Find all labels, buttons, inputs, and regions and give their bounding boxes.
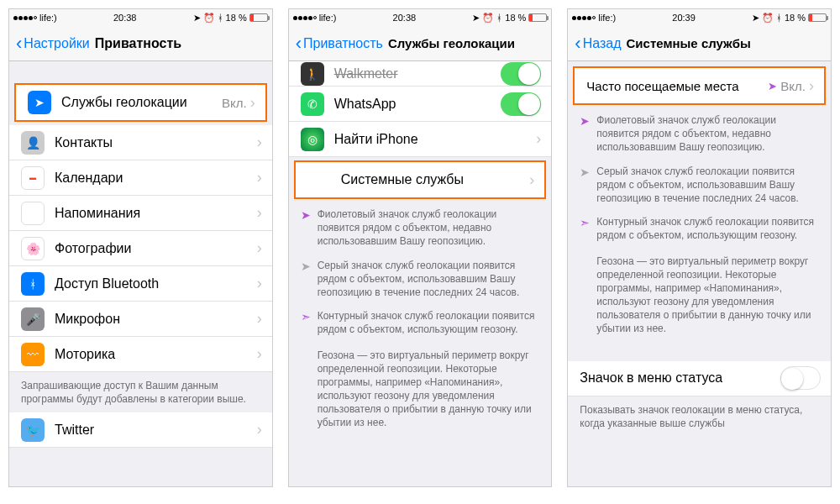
carrier-label: life:) [39,13,57,23]
row-photos[interactable]: 🌸 Фотографии › [9,231,272,266]
row-label: Доступ Bluetooth [55,276,257,291]
location-arrow-gray-icon: ➤ [580,165,590,206]
bluetooth-icon: ᚼ [21,272,45,296]
reminders-icon: ≡ [21,202,45,225]
battery-icon [808,13,827,22]
bluetooth-icon: ᚼ [776,13,782,23]
row-frequent-locations[interactable]: Часто посещаемые места ➤ Вкл. › [575,68,824,103]
clock: 20:38 [113,13,137,23]
location-arrow-icon: ➤ [28,91,51,114]
row-calendars[interactable]: ▬ Календари › [9,160,272,196]
legend-gray: ➤ Серый значок служб геолокации появится… [289,254,552,305]
row-label: Моторика [55,347,257,362]
battery-label: 18 % [785,13,806,23]
row-label: Twitter [55,423,257,438]
page-title: Службы геолокации [388,36,515,50]
status-bar: life:) 20:38 ➤ ⏰ ᚼ 18 % [289,9,552,26]
row-value: Вкл. [780,79,806,93]
legend-text: Фиолетовый значок служб геолокации появи… [318,207,540,249]
row-value: Вкл. [222,96,247,110]
nav-bar: ‹ Приватность Службы геолокации [289,26,552,61]
carrier-label: life:) [319,13,337,23]
highlight-box: Часто посещаемые места ➤ Вкл. › [573,66,826,105]
toggle-switch[interactable] [501,92,541,116]
whatsapp-icon: ✆ [301,92,324,116]
status-bar: life:) 20:39 ➤ ⏰ ᚼ 18 % [568,9,831,26]
highlight-box: Системные службы › [294,160,547,199]
legend-purple: ➤ Фиолетовый значок служб геолокации поя… [568,108,831,160]
row-whatsapp[interactable]: ✆ WhatsApp [289,87,552,122]
row-label: Найти iPhone [334,132,537,147]
row-status-bar-icon[interactable]: Значок в меню статуса [568,361,831,396]
battery-icon [249,13,268,22]
screen-privacy: life:) 20:38 ➤ ⏰ ᚼ 18 % ‹ Настройки Прив… [8,8,273,487]
chevron-left-icon: ‹ [16,33,22,55]
row-label: Значок в меню статуса [580,370,780,386]
battery-label: 18 % [226,13,247,23]
footer-text: Показывать значок геолокации в меню стат… [568,396,831,437]
contacts-icon: 👤 [21,131,45,155]
row-label: Фотографии [55,241,257,256]
screen-system-services: life:) 20:39 ➤ ⏰ ᚼ 18 % ‹ Назад Системны… [567,8,832,487]
calendar-icon: ▬ [21,166,45,190]
toggle-switch[interactable] [501,62,541,86]
legend-text: Серый значок служб геолокации появится р… [318,259,540,300]
row-motion[interactable]: 〰 Моторика › [9,337,272,372]
location-arrow-purple-icon: ➤ [580,113,590,155]
row-twitter[interactable]: 🐦 Twitter › [9,412,272,448]
alarm-icon: ⏰ [203,13,215,24]
chevron-left-icon: ‹ [575,33,580,55]
row-find-iphone[interactable]: ◎ Найти iPhone › [289,122,552,157]
toggle-switch[interactable] [780,366,821,390]
row-label: Службы геолокации [61,95,222,110]
back-button[interactable]: ‹ Приватность [296,33,383,55]
chevron-right-icon: › [536,130,541,148]
page-title: Приватность [95,36,181,51]
location-arrow-purple-icon: ➤ [768,80,777,92]
legend-text: Серый значок служб геолокации появится р… [596,165,819,206]
location-icon: ➤ [472,13,480,24]
row-reminders[interactable]: ≡ Напоминания › [9,196,272,231]
row-location-services[interactable]: ➤ Службы геолокации Вкл. › [16,85,265,120]
chevron-right-icon: › [257,169,262,186]
chevron-right-icon: › [257,345,262,363]
back-button[interactable]: ‹ Настройки [16,33,90,55]
carrier-label: life:) [598,13,616,23]
row-label: Напоминания [55,206,257,221]
geofence-text: Геозона — это виртуальный периметр вокру… [289,342,552,437]
page-title: Системные службы [627,36,751,50]
legend-purple: ➤ Фиолетовый значок служб геолокации поя… [289,202,552,254]
row-bluetooth[interactable]: ᚼ Доступ Bluetooth › [9,266,272,302]
legend-outline: ➣ Контурный значок служб геолокации появ… [289,304,552,341]
bluetooth-icon: ᚼ [218,13,223,23]
row-label: WhatsApp [334,97,501,112]
walkmeter-icon: 🚶 [301,62,324,86]
row-label: Системные службы [341,172,530,187]
row-label: Часто посещаемые места [586,79,768,93]
row-system-services[interactable]: Системные службы › [296,162,545,197]
photos-icon: 🌸 [21,237,45,260]
row-microphone[interactable]: 🎤 Микрофон › [9,302,272,337]
back-label: Настройки [24,36,89,51]
chevron-right-icon: › [529,171,534,189]
location-icon: ➤ [193,13,201,24]
back-button[interactable]: ‹ Назад [575,33,621,55]
row-walkmeter[interactable]: 🚶 Walkmeter [289,61,552,87]
row-contacts[interactable]: 👤 Контакты › [9,125,272,160]
clock: 20:38 [393,13,417,23]
back-label: Назад [583,36,622,51]
location-arrow-outline-icon: ➣ [301,309,311,336]
highlight-box: ➤ Службы геолокации Вкл. › [14,83,267,122]
legend-outline: ➣ Контурный значок служб геолокации появ… [568,210,831,247]
twitter-icon: 🐦 [21,418,45,442]
chevron-left-icon: ‹ [296,33,302,55]
geofence-text: Геозона — это виртуальный периметр вокру… [568,248,831,343]
footer-text: Запрашивающие доступ к Вашим данным прог… [9,372,272,412]
legend-gray: ➤ Серый значок служб геолокации появится… [568,160,831,211]
chevron-right-icon: › [257,275,262,292]
motion-icon: 〰 [21,343,45,366]
bluetooth-icon: ᚼ [496,13,502,23]
location-arrow-outline-icon: ➣ [580,215,590,242]
location-arrow-gray-icon: ➤ [301,259,311,300]
chevron-right-icon: › [257,239,262,257]
